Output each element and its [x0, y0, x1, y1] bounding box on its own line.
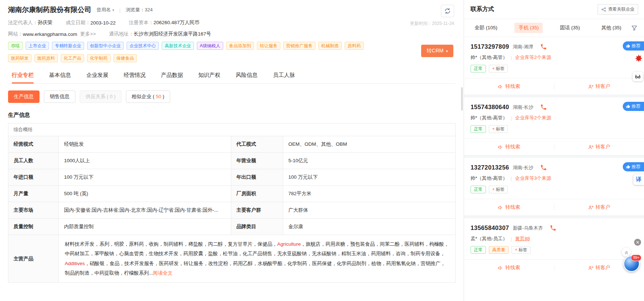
to-customer-button[interactable]: 转客户	[554, 139, 644, 155]
phone-call-icon[interactable]	[540, 164, 547, 171]
add-tag-button[interactable]: +标签	[512, 246, 531, 254]
subtab-3: 供应关系 ( 0 )	[80, 90, 121, 103]
translate-button[interactable]: 译	[633, 174, 644, 185]
contact-filters-list: 全部 (105)手机 (35)固话 (35)其他 (35)	[471, 23, 625, 33]
phone-call-icon[interactable]	[540, 104, 547, 111]
tab-7[interactable]: 风险信息	[235, 68, 258, 83]
glasses-extension-icon[interactable]	[633, 72, 643, 81]
company-tag: 专精特新企业	[52, 42, 84, 50]
address-field: 通讯地址： 长沙市浏阳经济开发区康平路167号	[109, 31, 211, 37]
company-tag: 创新型中小企业	[87, 42, 124, 50]
tab-2[interactable]: 基本信息	[48, 68, 72, 83]
subtab-2[interactable]: 销售信息	[44, 90, 75, 103]
add-tag-label: 标签	[518, 246, 527, 253]
plus-icon: +	[492, 65, 495, 72]
to-lead-label: 转线索	[505, 144, 520, 150]
views-label: 浏览量：	[126, 7, 145, 12]
view-related-companies-button[interactable]: 查看关联企业	[598, 4, 638, 15]
contacts-title: 联系方式	[471, 5, 494, 13]
filter-funnel-icon[interactable]	[631, 25, 637, 31]
recommend-badge: 推荐	[623, 162, 644, 171]
to-crm-button[interactable]: 转CRM ▾	[421, 45, 453, 57]
field-value: 孙庆荣	[38, 19, 53, 26]
extension-red-icon[interactable]	[634, 54, 643, 63]
contact-actions: 转线索转客户	[464, 259, 644, 276]
close-icon[interactable]: ✕	[634, 239, 641, 246]
refresh-icon	[444, 8, 451, 14]
website-address-row: 网站： www.erkangpharma.com 更多>> 通讯地址： 长沙市浏…	[8, 31, 456, 37]
tab-8[interactable]: 员工人脉	[272, 68, 296, 83]
product-segment: 材料技术开发，系列，明胶，原料药，收购，制药辅料，稀盐酸，丙二醇，复方甘草片，保…	[65, 241, 277, 247]
contact-source-link[interactable]: 黄页88	[515, 235, 530, 242]
contact-person: 孟*（其他-员工）	[471, 235, 507, 242]
row-label: 员工人数	[8, 153, 59, 169]
lead-icon	[498, 205, 503, 210]
add-tag-label: 标签	[496, 186, 505, 193]
to-lead-button[interactable]: 转线索	[464, 260, 554, 276]
company-tag: A级纳税人	[197, 42, 223, 50]
address-label: 通讯地址：	[109, 31, 134, 37]
to-lead-button[interactable]: 转线索	[464, 199, 554, 215]
tab-5[interactable]: 产品数据	[160, 68, 184, 83]
collapse-button[interactable]	[622, 248, 631, 257]
company-tag: 医药原料	[34, 54, 58, 62]
contact-card: 推荐15173297809湖南-湘潭帅*（其他-高管）|企业库等2个来源正常+标…	[464, 37, 644, 94]
contact-person-row: 帅*（其他-高管）|企业库等3个来源	[471, 175, 637, 182]
contact-filter-4[interactable]: 其他 (35)	[597, 23, 625, 33]
table-row-main-products: 主营产品材料技术开发，系列，明胶，原料药，收购，制药辅料，稀盐酸，丙二醇，复方甘…	[8, 235, 456, 283]
info-field: 成立日期：2003-10-22	[66, 19, 116, 26]
contact-source-link[interactable]: 企业库等2个来源	[515, 115, 551, 121]
assistant-avatar[interactable]: 99+	[624, 256, 640, 272]
table-header-row: 综合概括	[8, 123, 456, 136]
website-label: 网站：	[8, 31, 23, 37]
tab-3[interactable]: 企业发展	[86, 68, 109, 83]
row-label: 年进口额	[8, 169, 59, 186]
read-more-link[interactable]: 阅读全文	[153, 270, 173, 276]
contact-filter-3[interactable]: 固话 (35)	[556, 23, 584, 33]
contact-tag: 正常	[471, 65, 486, 73]
add-tag-button[interactable]: +标签	[489, 186, 508, 193]
field-label: 成立日期：	[66, 19, 91, 26]
production-table-body: 综合概括经营模式经销批发代工模式OEM、ODM、其他、OBM员工人数1000人以…	[8, 123, 456, 283]
tab-6[interactable]: 知识产权	[198, 68, 221, 83]
thumb-up-icon	[626, 44, 630, 48]
phone-call-icon[interactable]	[550, 224, 557, 231]
view-count: 浏览量：324	[126, 7, 153, 13]
tab-1[interactable]: 行业专栏	[11, 68, 34, 83]
add-tag-button[interactable]: +标签	[489, 125, 508, 133]
table-row: 质量控制内部质量控制品牌类目金尔康	[8, 219, 456, 235]
contact-person-row: 帅*（其他-高管）|企业库等2个来源	[471, 54, 637, 61]
info-field: 注册资本：206260.487万人民币	[129, 19, 199, 26]
contact-source-link[interactable]: 企业库等3个来源	[515, 175, 551, 182]
row-value: 100 万元以下	[59, 169, 231, 186]
website-link[interactable]: www.erkangpharma.com	[23, 31, 78, 37]
to-customer-button[interactable]: 转客户	[554, 78, 644, 94]
scrollbar-thumb[interactable]	[461, 87, 463, 111]
more-link[interactable]: 更多>>	[80, 31, 96, 37]
phone-number: 15173297809	[471, 43, 509, 50]
contact-filter-2[interactable]: 手机 (35)	[514, 23, 543, 33]
contact-filter-1[interactable]: 全部 (105)	[471, 23, 501, 33]
refresh-button[interactable]	[441, 5, 454, 17]
to-customer-label: 转客户	[596, 83, 611, 90]
to-customer-button[interactable]: 转客户	[554, 199, 644, 215]
subtab-1[interactable]: 生产信息	[8, 90, 40, 103]
table-row: 员工人数1000人以上年营业额5-10亿元	[8, 153, 456, 169]
related-button-label: 查看关联企业	[608, 6, 634, 12]
company-tag: 营销推广服务	[283, 42, 315, 50]
to-lead-button[interactable]: 转线索	[464, 78, 554, 94]
lead-icon	[498, 84, 503, 89]
phone-call-icon[interactable]	[540, 43, 547, 50]
subtab-4[interactable]: 相似企业 ( 50 )	[126, 90, 170, 103]
tab-4[interactable]: 经营情况	[123, 68, 146, 83]
field-label: 注册资本：	[129, 19, 154, 26]
contact-location: 湖南-长沙	[513, 104, 533, 111]
contact-source-link[interactable]: 企业库等2个来源	[515, 54, 551, 61]
add-tag-button[interactable]: +标签	[489, 65, 508, 73]
subtabs: 生产信息销售信息供应关系 ( 0 )相似企业 ( 50 )	[8, 90, 456, 103]
row-value: 500 吨 (英)	[59, 186, 231, 202]
to-lead-button[interactable]: 转线索	[464, 139, 554, 155]
thumb-up-icon	[626, 104, 630, 108]
former-name-dropdown[interactable]: 曾用名 ▾	[97, 7, 114, 13]
subtab-count: 50	[156, 94, 161, 99]
